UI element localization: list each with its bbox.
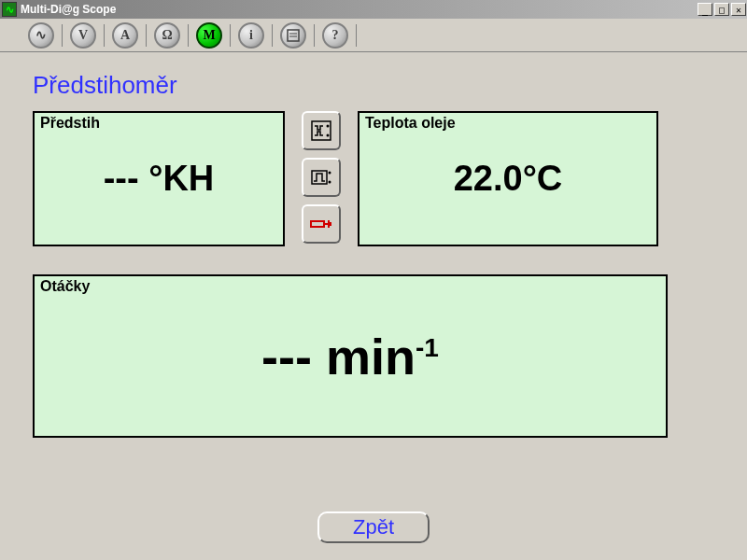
teplota-panel: Teplota oleje 22.0°C bbox=[358, 111, 658, 246]
app-icon: ∿ bbox=[2, 2, 17, 17]
content-area: Předstihoměr Předstih --- °KH bbox=[0, 52, 747, 447]
mode-buttons bbox=[302, 111, 341, 244]
svg-rect-6 bbox=[312, 171, 327, 184]
motor-icon[interactable]: M bbox=[196, 22, 222, 49]
separator bbox=[188, 24, 189, 47]
svg-point-7 bbox=[329, 172, 331, 175]
main-toolbar: ∿ V A Ω M i ? bbox=[0, 19, 747, 52]
oscilloscope-icon[interactable]: ∿ bbox=[28, 22, 54, 49]
page-title: Předstihoměr bbox=[33, 71, 714, 100]
separator bbox=[356, 24, 357, 47]
report-svg-icon bbox=[286, 28, 301, 43]
mode2-button[interactable] bbox=[302, 158, 341, 197]
back-button[interactable]: Zpět bbox=[317, 511, 430, 543]
mode1-button[interactable] bbox=[302, 111, 341, 150]
mode3-button[interactable] bbox=[302, 204, 341, 244]
otacky-value: --- min-1 bbox=[261, 328, 439, 385]
separator bbox=[146, 24, 147, 47]
separator bbox=[62, 24, 63, 47]
minimize-button[interactable]: _ bbox=[698, 3, 712, 16]
sparkplug-icon bbox=[308, 212, 334, 236]
otacky-label: Otáčky bbox=[40, 278, 90, 295]
otacky-panel: Otáčky --- min-1 bbox=[33, 274, 668, 438]
ohmmeter-icon[interactable]: Ω bbox=[154, 22, 180, 49]
teplota-value: 22.0°C bbox=[454, 159, 563, 199]
svg-rect-0 bbox=[288, 30, 299, 41]
window-titlebar: ∿ Multi-Di@g Scope _ □ ✕ bbox=[0, 0, 747, 19]
info-icon[interactable]: i bbox=[238, 22, 264, 49]
svg-rect-3 bbox=[312, 121, 331, 140]
teplota-label: Teplota oleje bbox=[365, 115, 456, 132]
ammeter-icon[interactable]: A bbox=[112, 22, 138, 49]
svg-rect-9 bbox=[311, 221, 324, 227]
maximize-button[interactable]: □ bbox=[714, 3, 729, 16]
predstih-panel: Předstih --- °KH bbox=[33, 111, 285, 246]
separator bbox=[272, 24, 273, 47]
report-icon[interactable] bbox=[280, 22, 306, 49]
otacky-value-text: --- min bbox=[261, 329, 416, 385]
separator bbox=[104, 24, 105, 47]
close-button[interactable]: ✕ bbox=[731, 3, 746, 16]
otacky-sup: -1 bbox=[416, 333, 439, 362]
svg-point-8 bbox=[329, 181, 331, 184]
svg-point-4 bbox=[327, 125, 330, 128]
predstih-value: --- °KH bbox=[104, 159, 215, 199]
help-icon[interactable]: ? bbox=[322, 22, 348, 49]
voltmeter-icon[interactable]: V bbox=[70, 22, 96, 49]
top-row: Předstih --- °KH bbox=[33, 111, 714, 246]
separator bbox=[230, 24, 231, 47]
window-title: Multi-Di@g Scope bbox=[21, 3, 116, 16]
waveform-list-icon bbox=[309, 119, 333, 143]
footer: Zpět bbox=[0, 511, 747, 543]
pulse-icon bbox=[309, 165, 333, 189]
predstih-label: Předstih bbox=[40, 115, 100, 132]
separator bbox=[314, 24, 315, 47]
svg-point-5 bbox=[327, 134, 330, 137]
